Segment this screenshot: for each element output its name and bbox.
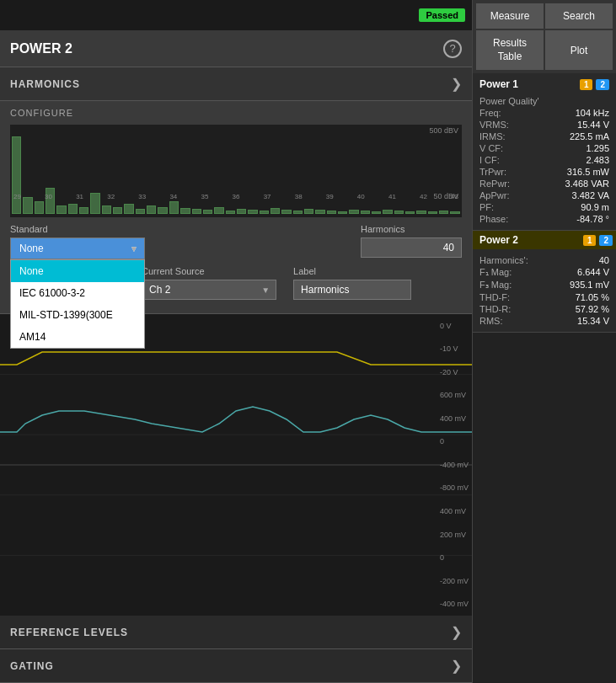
label-input[interactable] <box>293 280 411 300</box>
chart-bar <box>169 201 179 214</box>
standard-select-display[interactable]: None ▼ <box>10 237 145 259</box>
data-label: F₃ Mag: <box>479 280 512 291</box>
data-label: IRMS: <box>479 131 506 141</box>
harmonics-input[interactable] <box>361 237 462 258</box>
current-source-select[interactable]: Ch 2 Ch 1 <box>142 280 276 300</box>
chart-bar <box>439 211 448 214</box>
dropdown-item-none[interactable]: None <box>11 260 144 282</box>
chart-bar <box>361 211 370 214</box>
power1-ch1-badge: 1 <box>580 79 593 90</box>
data-row: ApPwr:3.482 VA <box>479 189 609 201</box>
waveform-svg <box>0 314 472 616</box>
chart-bar <box>46 188 55 214</box>
data-row: I CF:2.483 <box>479 154 609 166</box>
harmonics-title: HARMONICS <box>10 78 80 90</box>
data-value: 316.5 mW <box>567 167 609 177</box>
chart-bar <box>113 207 122 214</box>
chart-bar <box>405 211 415 214</box>
data-row: RePwr:3.468 VAR <box>479 178 609 189</box>
chart-bar <box>293 211 303 214</box>
data-label: Harmonics': <box>479 255 528 265</box>
reference-levels-chevron: ❯ <box>451 624 462 640</box>
reference-levels-title: REFERENCE LEVELS <box>10 627 128 638</box>
chart-bar <box>158 207 167 214</box>
chart-bar <box>248 210 257 214</box>
data-row: THD-F:71.05 % <box>479 291 609 303</box>
data-row: Phase:-84.78 ° <box>479 213 609 225</box>
data-value: 2.483 <box>586 155 609 165</box>
chart-bar <box>281 210 291 214</box>
current-source-group: Current Source Ch 2 Ch 1 <box>142 266 276 300</box>
y-axis-labels: 0 V -10 V -20 V 600 mV 400 mV 0 -400 mV … <box>440 314 469 616</box>
data-row: Power Quality' <box>479 95 609 107</box>
power2-ch1-badge: 1 <box>583 235 597 246</box>
data-row: PF:90.9 m <box>479 201 609 213</box>
data-label: THD-F: <box>479 292 510 302</box>
chart-bar <box>180 208 190 214</box>
configure-label: CONFIGURE <box>10 108 462 118</box>
harmonics-label: Harmonics <box>361 224 462 234</box>
data-label: THD-R: <box>479 304 511 314</box>
chart-area: 500 dBV 50 dBV 2930313233 3435363738 394… <box>10 125 462 217</box>
harmonics-group: Harmonics <box>361 224 462 258</box>
power2-right-section: Power 2 1 2 Harmonics':40F₁ Mag:6.644 VF… <box>473 231 616 333</box>
harmonics-chevron: ❯ <box>451 76 462 92</box>
help-icon[interactable]: ? <box>443 40 462 58</box>
plot-button[interactable]: Plot <box>545 30 613 70</box>
data-row: Harmonics':40 <box>479 254 609 266</box>
power2-rows: Harmonics':40F₁ Mag:6.644 VF₃ Mag:935.1 … <box>479 254 609 327</box>
data-label: I CF: <box>479 155 500 165</box>
standard-select-wrapper: None ▼ <box>10 237 145 259</box>
dropdown-item-mil[interactable]: MIL-STD-1399(300E <box>11 304 144 326</box>
chart-bar <box>226 211 235 214</box>
data-value: 3.482 VA <box>572 190 609 200</box>
data-row: V CF:1.295 <box>479 142 609 154</box>
power2-right-header: Power 2 1 2 <box>473 231 616 249</box>
power1-rows: Power Quality'Freq:104 kHzVRMS:15.44 VIR… <box>479 95 609 225</box>
chart-bar <box>260 211 269 214</box>
chart-bar <box>315 210 324 214</box>
harmonics-section-header[interactable]: HARMONICS ❯ <box>0 67 472 101</box>
search-button[interactable]: Search <box>545 3 613 29</box>
current-source-select-wrapper: Ch 2 Ch 1 <box>142 280 276 300</box>
standard-dropdown[interactable]: None IEC 61000-3-2 MIL-STD-1399(300E AM1… <box>10 259 145 349</box>
chart-bar <box>428 211 437 214</box>
dropdown-item-iec[interactable]: IEC 61000-3-2 <box>11 282 144 304</box>
passed-badge: Passed <box>419 8 465 22</box>
chart-bar <box>79 207 88 214</box>
chart-bar <box>394 211 404 214</box>
chart-bar <box>214 207 223 214</box>
chart-bar <box>203 210 212 214</box>
standard-group: Standard None ▼ None IEC 61000-3-2 MIL-S… <box>10 224 145 259</box>
data-label: F₁ Mag: <box>479 267 512 278</box>
measure-button[interactable]: Measure <box>476 3 544 29</box>
standard-chevron-down: ▼ <box>130 244 138 253</box>
reference-levels-header[interactable]: REFERENCE LEVELS ❯ <box>0 616 472 649</box>
data-value: 90.9 m <box>581 202 609 212</box>
gating-header[interactable]: GATING ❯ <box>0 649 472 683</box>
x-axis: 2930313233 3435363738 3940414243 <box>10 193 462 200</box>
power2-right-title: Power 2 <box>476 234 580 246</box>
chart-bar <box>237 209 246 214</box>
data-value: 3.468 VAR <box>565 179 609 189</box>
data-label: ApPwr: <box>479 190 509 200</box>
gating-chevron: ❯ <box>451 658 462 674</box>
chart-bar <box>450 211 459 214</box>
chart-bar <box>338 211 347 214</box>
data-row: F₁ Mag:6.644 V <box>479 266 609 279</box>
data-label: RMS: <box>479 316 503 326</box>
data-value: 40 <box>599 255 609 265</box>
data-label: RePwr: <box>479 179 510 189</box>
results-table-button[interactable]: Results Table <box>476 30 544 70</box>
left-panel: Passed POWER 2 ? HARMONICS ❯ CONFIGURE 5… <box>0 0 472 683</box>
data-value: 15.34 V <box>577 316 609 326</box>
label-group: Label <box>293 266 411 300</box>
right-panel: Measure Search Results Table Plot Power … <box>472 0 616 683</box>
data-value: 104 kHz <box>576 108 609 118</box>
chart-bar <box>68 204 78 214</box>
chart-bar <box>12 136 21 214</box>
power2-title: POWER 2 <box>10 41 72 56</box>
chart-bar <box>271 208 280 214</box>
dropdown-item-am14[interactable]: AM14 <box>11 326 144 348</box>
chart-bar <box>327 211 336 214</box>
